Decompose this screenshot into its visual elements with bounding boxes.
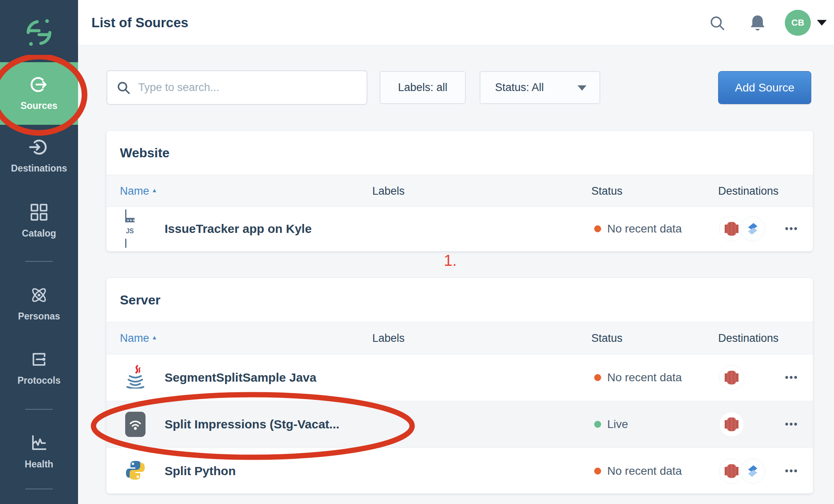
column-header-name[interactable]: Name▲: [120, 185, 157, 197]
destination-split-icon[interactable]: [740, 458, 765, 484]
java-source-icon: [125, 365, 146, 390]
protocols-icon: [28, 349, 50, 370]
table-row[interactable]: Split Impressions (Stg-Vacat... Live •••: [106, 401, 813, 448]
sidebar-divider: [25, 409, 53, 410]
sidebar: Sources Destinations Cata: [0, 0, 78, 504]
table-header: Name▲ Labels Status Destinations: [106, 322, 813, 354]
sidebar-item-label: Personas: [18, 311, 60, 322]
section-title: Website: [120, 131, 169, 175]
source-search-box: [106, 70, 367, 105]
destinations-icon: [28, 137, 50, 158]
sidebar-item-personas[interactable]: Personas: [0, 285, 78, 322]
table-body: JS IssueTracker app on Kyle No recent da…: [106, 207, 813, 251]
topbar: List of Sources CB: [78, 0, 834, 46]
source-name-link[interactable]: Split Python: [165, 464, 236, 478]
sidebar-item-protocols[interactable]: Protocols: [0, 349, 78, 386]
column-header-labels: Labels: [372, 332, 405, 345]
app: Sources Destinations Cata: [0, 0, 834, 504]
source-name-link[interactable]: SegmentSplitSample Java: [165, 371, 316, 385]
status-text: Live: [607, 418, 628, 431]
table-row[interactable]: Split Python No recent data: [106, 448, 813, 493]
search-icon: [116, 80, 131, 95]
table-row[interactable]: JS IssueTracker app on Kyle No recent da…: [106, 207, 813, 251]
segment-logo-icon[interactable]: [24, 17, 54, 48]
main-content: Labels: all Status: All Add Source Websi…: [78, 46, 834, 504]
python-source-icon: [125, 460, 146, 482]
sidebar-item-label: Catalog: [22, 228, 56, 239]
wifi-device-source-icon: [125, 412, 146, 437]
source-name-link[interactable]: IssueTracker app on Kyle: [165, 222, 312, 236]
sidebar-item-catalog[interactable]: Catalog: [0, 202, 78, 239]
catalog-grid-icon: [28, 202, 50, 223]
sort-asc-icon: ▲: [152, 187, 157, 193]
sidebar-item-sources[interactable]: Sources: [0, 62, 78, 125]
more-menu-icon[interactable]: •••: [777, 372, 806, 383]
status-text: No recent data: [607, 465, 682, 478]
sidebar-item-health[interactable]: Health: [0, 432, 78, 470]
destination-redshift-icon[interactable]: [719, 365, 744, 390]
status-filter-dropdown[interactable]: Status: All: [480, 71, 600, 104]
more-menu-icon[interactable]: •••: [777, 224, 806, 235]
sidebar-item-label: Protocols: [17, 375, 61, 386]
sidebar-item-label: Health: [25, 459, 53, 470]
search-input[interactable]: [137, 81, 367, 94]
column-header-status: Status: [591, 185, 623, 197]
search-icon[interactable]: [709, 15, 726, 32]
server-sources-card: Server Name▲ Labels Status Destinations: [106, 278, 813, 493]
sidebar-divider: [25, 261, 53, 262]
table-row[interactable]: SegmentSplitSample Java No recent data •…: [106, 354, 813, 401]
status-dot: [594, 421, 601, 428]
column-header-destinations: Destinations: [718, 332, 779, 345]
notifications-bell-icon[interactable]: [749, 13, 767, 33]
labels-filter-button[interactable]: Labels: all: [380, 71, 466, 104]
column-header-status: Status: [591, 332, 623, 345]
add-source-button[interactable]: Add Source: [718, 71, 811, 104]
destination-split-icon[interactable]: [740, 216, 765, 241]
chevron-down-icon: [578, 85, 586, 91]
javascript-source-icon: JS: [125, 211, 135, 247]
sidebar-item-label: Sources: [21, 100, 58, 111]
section-title: Server: [120, 278, 161, 322]
table-body: SegmentSplitSample Java No recent data •…: [106, 354, 813, 493]
column-header-labels: Labels: [372, 185, 405, 197]
personas-atom-icon: [28, 285, 50, 306]
column-header-name[interactable]: Name▲: [120, 332, 157, 345]
sidebar-item-label: Destinations: [11, 163, 67, 174]
column-header-destinations: Destinations: [718, 185, 779, 197]
status-filter-value: Status: All: [495, 81, 544, 94]
sources-icon: [28, 74, 50, 95]
status-dot: [594, 226, 601, 232]
sidebar-item-destinations[interactable]: Destinations: [0, 137, 78, 174]
status-dot: [594, 468, 601, 475]
destination-redshift-icon[interactable]: [719, 412, 744, 437]
more-menu-icon[interactable]: •••: [777, 419, 806, 430]
sidebar-divider: [25, 489, 53, 489]
page-title: List of Sources: [91, 0, 188, 46]
account-menu-caret-icon[interactable]: [817, 20, 827, 26]
annotation-step-number: 1.: [444, 252, 457, 269]
avatar[interactable]: CB: [785, 10, 811, 36]
source-name-link[interactable]: Split Impressions (Stg-Vacat...: [165, 417, 339, 431]
health-chart-icon: [28, 432, 50, 454]
sort-asc-icon: ▲: [152, 334, 157, 341]
more-menu-icon[interactable]: •••: [777, 466, 806, 477]
status-dot: [594, 374, 601, 381]
table-header: Name▲ Labels Status Destinations: [106, 175, 813, 207]
status-text: No recent data: [607, 222, 682, 235]
website-sources-card: Website Name▲ Labels Status Destinations…: [106, 131, 813, 251]
status-text: No recent data: [607, 371, 682, 384]
